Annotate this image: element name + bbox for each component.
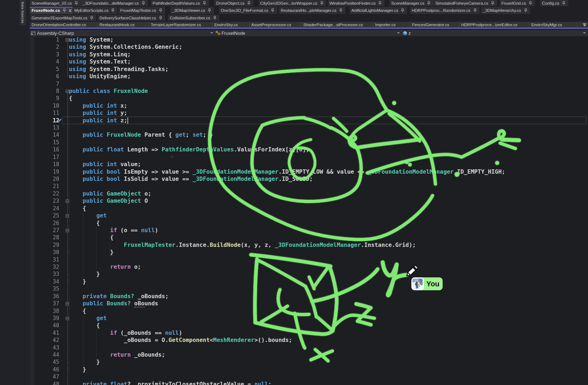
annotation-stroke [278, 290, 309, 315]
annotation-stroke [309, 277, 314, 289]
annotation-dot [495, 161, 499, 165]
annotation-stroke [356, 304, 371, 308]
annotation-drawing [0, 0, 588, 385]
annotation-dot [405, 160, 409, 164]
vs-window: Data Sources SceneManager_02.cs_3DFounda… [0, 0, 588, 385]
annotation-stroke [499, 131, 504, 139]
annotation-stroke [255, 323, 333, 334]
annotation-stroke [255, 259, 257, 323]
annotation-dot [408, 163, 412, 166]
annotation-stroke [359, 110, 387, 129]
annotation-stroke [251, 255, 331, 266]
annotation-stroke [314, 267, 328, 287]
annotation-stroke [383, 262, 407, 295]
annotation-stroke [502, 140, 519, 140]
annotation-dot [455, 172, 459, 177]
annotation-stroke [289, 140, 315, 179]
annotation-stroke [315, 349, 328, 361]
annotation-stroke [330, 267, 337, 331]
annotation-stroke [356, 140, 419, 148]
annotation-stroke [258, 260, 305, 286]
annotation-stroke [261, 306, 288, 322]
annotation-stroke [358, 321, 371, 325]
annotation-stroke [500, 143, 515, 149]
annotation-stroke [317, 317, 331, 329]
annotation-dot [392, 101, 396, 105]
annotation-stroke [305, 118, 331, 128]
